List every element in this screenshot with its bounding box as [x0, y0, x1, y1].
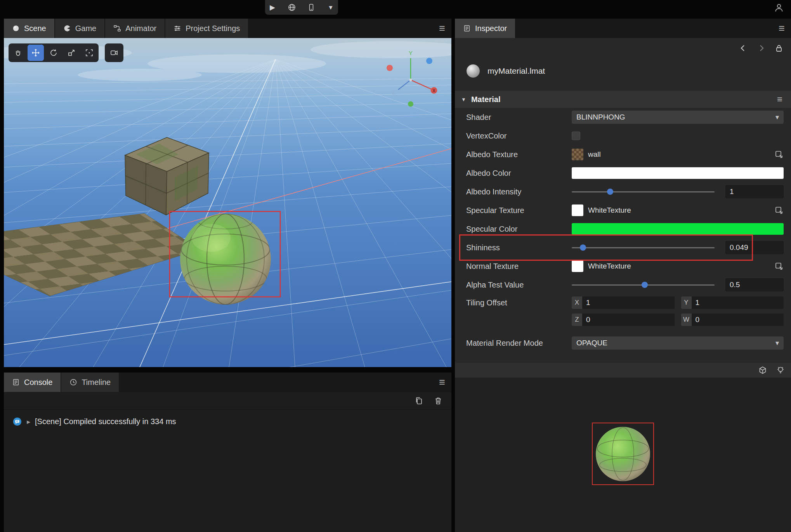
preview-mesh-cube-icon[interactable] [758, 366, 767, 374]
property-control: WhiteTexture [572, 260, 784, 272]
alpha-test-slider[interactable] [572, 278, 715, 291]
albedo-texture-thumbnail[interactable] [572, 149, 583, 160]
scale-tool-button[interactable] [63, 45, 80, 61]
tab-scene[interactable]: Scene [4, 19, 54, 38]
user-icon[interactable] [773, 2, 785, 14]
slider-track[interactable] [572, 191, 715, 192]
collapse-triangle-icon[interactable]: ▼ [461, 97, 466, 102]
slider-track[interactable] [572, 247, 715, 248]
texture-locate-icon[interactable] [774, 206, 784, 215]
spacer [455, 328, 791, 334]
device-icon[interactable] [307, 3, 316, 12]
albedo-color-swatch[interactable] [572, 167, 784, 179]
console-panel-menu-icon[interactable]: ≡ [433, 373, 451, 392]
tab-inspector[interactable]: Inspector [455, 19, 515, 38]
tab-animator[interactable]: Animator [105, 19, 165, 38]
sliders-icon [173, 24, 181, 32]
tab-label: Project Settings [186, 24, 240, 33]
tab-console[interactable]: Console [4, 373, 61, 392]
pan-tool-button[interactable] [10, 45, 26, 61]
inspector-tabbar: Inspector ≡ [455, 19, 791, 38]
property-row-normal-texture: Normal Texture WhiteTexture [455, 257, 791, 276]
specular-color-swatch[interactable] [572, 223, 784, 235]
property-row-albedo-texture: Albedo Texture wall [455, 145, 791, 164]
render-mode-dropdown[interactable]: OPAQUE ▾ [572, 336, 784, 350]
camera-tool-group [105, 43, 123, 62]
preview-light-bulb-icon[interactable] [776, 366, 785, 374]
property-control [572, 132, 784, 140]
texture-locate-icon[interactable] [774, 150, 784, 159]
shader-dropdown[interactable]: BLINNPHONG ▾ [572, 111, 784, 124]
property-label: Shader [466, 113, 572, 122]
property-control: BLINNPHONG ▾ [572, 111, 784, 124]
property-control: Z W [572, 314, 784, 326]
log-message-icon [12, 417, 22, 426]
chevron-down-icon: ▾ [775, 340, 779, 347]
property-label: Albedo Color [466, 169, 572, 178]
material-menu-icon[interactable]: ≡ [775, 95, 785, 104]
slider-thumb[interactable] [607, 189, 613, 195]
tiling-y-field[interactable] [692, 296, 784, 309]
tiling-w-field[interactable] [692, 314, 784, 326]
texture-locate-icon[interactable] [774, 262, 784, 271]
scene-panel: Scene Game Animator Project Settings ≡ [4, 19, 451, 367]
property-row-specular-color: Specular Color [455, 220, 791, 238]
property-label: Specular Texture [466, 206, 572, 215]
material-file-name: myMaterial.lmat [487, 66, 545, 76]
frame-tool-button[interactable] [81, 45, 97, 61]
property-label: Alpha Test Value [466, 281, 572, 289]
albedo-intensity-value-field[interactable] [725, 185, 784, 198]
property-row-albedo-intensity: Albedo Intensity [455, 182, 791, 201]
axis-x-label: X [432, 88, 435, 94]
specular-texture-thumbnail[interactable] [572, 204, 583, 216]
property-row-shininess: Shininess [455, 238, 791, 257]
inspector-nav-row [455, 38, 791, 58]
scene-tabbar: Scene Game Animator Project Settings ≡ [4, 19, 451, 38]
sphere-object[interactable] [180, 213, 271, 305]
animator-tab-icon [113, 24, 121, 32]
normal-texture-thumbnail[interactable] [572, 260, 583, 272]
albedo-intensity-slider[interactable] [572, 185, 715, 198]
shininess-value-field[interactable] [725, 241, 784, 254]
property-control [572, 167, 784, 179]
shininess-slider[interactable] [572, 241, 715, 254]
log-message-text: [Scene] Compiled successfully in 334 ms [35, 417, 176, 426]
camera-gizmo-button[interactable] [106, 45, 122, 61]
tab-label: Scene [24, 24, 46, 33]
log-expand-icon[interactable]: ▸ [27, 418, 30, 425]
tab-game[interactable]: Game [55, 19, 104, 38]
material-swatch [467, 64, 480, 78]
tab-project-settings[interactable]: Project Settings [165, 19, 248, 38]
tab-timeline[interactable]: Timeline [61, 373, 119, 392]
console-tab-icon [12, 378, 20, 386]
rotate-tool-button[interactable] [45, 45, 62, 61]
chevron-down-icon[interactable]: ▾ [326, 3, 335, 12]
viewport-canvas[interactable]: Y X Z [4, 38, 451, 367]
property-row-shader: Shader BLINNPHONG ▾ [455, 108, 791, 127]
property-label: Shininess [466, 243, 572, 252]
alpha-test-value-field[interactable] [725, 278, 784, 291]
clear-log-icon[interactable] [434, 396, 443, 405]
dropdown-value: BLINNPHONG [576, 113, 625, 121]
forward-chevron-icon[interactable] [757, 44, 765, 52]
globe-icon[interactable] [287, 3, 297, 12]
play-icon[interactable]: ▶ [268, 3, 277, 12]
lock-icon[interactable] [775, 44, 783, 52]
property-label: Material Render Mode [466, 339, 572, 348]
tiling-z-field[interactable] [582, 314, 675, 326]
scene-tab-icon [12, 24, 20, 32]
move-tool-button[interactable] [28, 45, 44, 61]
back-chevron-icon[interactable] [739, 44, 748, 52]
vertex-color-checkbox[interactable] [572, 132, 580, 140]
material-section-header[interactable]: ▼ Material ≡ [455, 91, 791, 108]
copy-log-icon[interactable] [414, 396, 423, 405]
inspector-panel-menu-icon[interactable]: ≡ [772, 19, 791, 38]
tiling-x-field[interactable] [582, 296, 675, 309]
slider-thumb[interactable] [580, 244, 586, 251]
texture-name: wall [588, 150, 601, 159]
scene-panel-menu-icon[interactable]: ≡ [433, 19, 451, 38]
property-label: Tiling Offset [466, 298, 572, 307]
property-control: OPAQUE ▾ [572, 336, 784, 350]
slider-thumb[interactable] [642, 282, 648, 288]
material-preview-area[interactable] [455, 378, 791, 532]
